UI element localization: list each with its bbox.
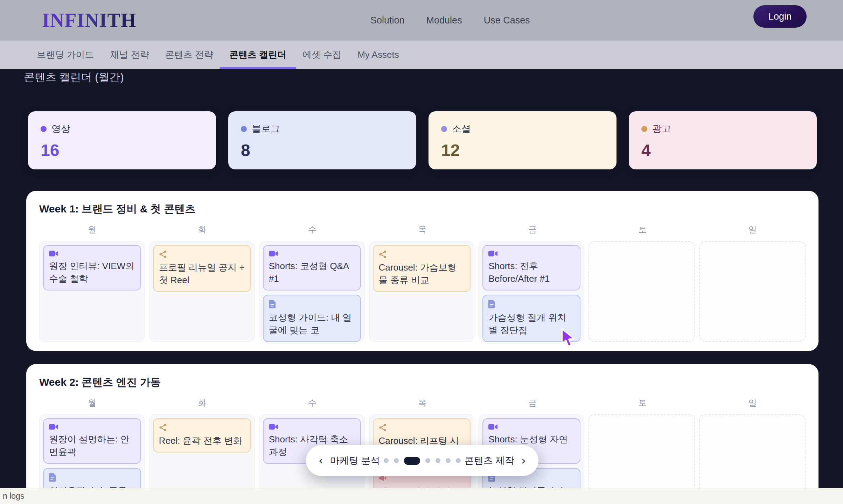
weekday-label: 화: [149, 398, 255, 408]
week-card-2: Week 2: 콘텐츠 엔진 가동월화수목금토일원장이 설명하는: 안면윤곽안면…: [26, 364, 818, 504]
weekday-label: 월: [39, 224, 145, 235]
stat-card-value: 16: [41, 141, 203, 160]
pager-prev-label: 마케팅 분석: [330, 454, 380, 467]
weekday-label: 목: [369, 398, 475, 408]
stat-card-header: 블로그: [241, 122, 404, 135]
pager-dot[interactable]: [446, 458, 451, 463]
stat-card-label: 영상: [51, 122, 70, 135]
weekday-label: 목: [369, 224, 475, 235]
share-icon: [159, 250, 167, 258]
stat-card-header: 소셜: [441, 122, 604, 135]
pager-prev-button[interactable]: ‹ 마케팅 분석: [319, 454, 380, 467]
day-cell-토: [588, 241, 695, 342]
top-header: INFINITH Solution Modules Use Cases Logi…: [0, 0, 843, 41]
nav-link-solution[interactable]: Solution: [370, 15, 405, 26]
stat-card-header: 광고: [641, 122, 804, 135]
weekday-label: 금: [480, 224, 585, 235]
stat-card-label: 광고: [652, 122, 671, 135]
nav-link-modules[interactable]: Modules: [426, 15, 462, 26]
event-title: 프로필 리뉴얼 공지 + 첫 Reel: [159, 261, 245, 287]
social-event-chip[interactable]: Carousel: 가슴보형물 종류 비교: [373, 245, 471, 292]
weekday-label: 화: [149, 224, 255, 235]
chevron-right-icon: ›: [521, 455, 526, 466]
category-dot-icon: [641, 126, 647, 132]
log-bar-text: n logs: [3, 491, 24, 501]
weekday-label: 일: [700, 224, 806, 235]
module-pager: ‹ 마케팅 분석 콘텐츠 제작 ›: [306, 445, 538, 476]
video-event-chip[interactable]: Shorts: 전후 Before/After #1: [482, 245, 580, 290]
day-cell-수: Shorts: 코성형 Q&A #1코성형 가이드: 내 얼굴에 맞는 코: [259, 241, 365, 342]
week-title: Week 2: 콘텐츠 엔진 가동: [39, 376, 806, 388]
social-event-chip[interactable]: 프로필 리뉴얼 공지 + 첫 Reel: [153, 245, 251, 292]
day-cell-월: 원장 인터뷰: VIEW의 수술 철학: [39, 241, 145, 342]
event-title: Carousel: 가슴보형물 종류 비교: [379, 261, 465, 287]
stat-card-영상: 영상16: [28, 111, 216, 169]
video-icon: [49, 424, 58, 430]
tab-content-strategy[interactable]: 콘텐츠 전략: [165, 41, 213, 69]
pager-dot[interactable]: [425, 458, 430, 463]
video-icon: [488, 250, 498, 257]
category-dot-icon: [441, 126, 447, 132]
weekday-label: 월: [39, 398, 145, 408]
document-icon: [49, 473, 56, 482]
login-button[interactable]: Login: [753, 5, 807, 28]
document-icon: [269, 300, 276, 308]
document-icon: [488, 300, 495, 308]
weekday-label: 토: [590, 398, 695, 408]
share-icon: [379, 250, 387, 258]
stat-card-블로그: 블로그8: [228, 111, 416, 169]
blog-event-chip[interactable]: 코성형 가이드: 내 얼굴에 맞는 코: [263, 295, 361, 342]
weekday-header-row: 월화수목금토일: [39, 398, 806, 408]
stat-card-label: 블로그: [252, 122, 280, 135]
video-event-chip[interactable]: 원장이 설명하는: 안면윤곽: [43, 418, 141, 464]
share-icon: [379, 424, 387, 432]
weekday-header-row: 월화수목금토일: [39, 224, 806, 235]
pager-dot[interactable]: [384, 458, 389, 463]
stat-card-광고: 광고4: [629, 111, 817, 169]
video-event-chip[interactable]: 원장 인터뷰: VIEW의 수술 철학: [43, 245, 141, 290]
pager-dot[interactable]: [394, 458, 399, 463]
weekday-label: 수: [259, 224, 365, 235]
video-icon: [49, 250, 58, 257]
event-title: 코성형 가이드: 내 얼굴에 맞는 코: [269, 312, 355, 337]
event-title: 원장 인터뷰: VIEW의 수술 철학: [49, 260, 135, 285]
pager-dot[interactable]: [436, 458, 440, 463]
main-nav: Solution Modules Use Cases: [370, 0, 530, 41]
blog-event-chip[interactable]: 가슴성형 절개 위치별 장단점: [482, 295, 580, 342]
pager-dot[interactable]: [456, 458, 461, 463]
log-bar: n logs: [0, 488, 843, 504]
tab-content-calendar[interactable]: 콘텐츠 캘린더: [229, 41, 286, 69]
weekday-label: 수: [259, 398, 365, 408]
stat-card-value: 12: [441, 141, 604, 160]
pager-next-label: 콘텐츠 제작: [465, 454, 515, 467]
tab-asset-collection[interactable]: 에셋 수집: [302, 41, 341, 69]
stat-cards-row: 영상16블로그8소셜12광고4: [28, 111, 817, 169]
video-event-chip[interactable]: Shorts: 코성형 Q&A #1: [263, 245, 361, 290]
stat-card-value: 4: [641, 141, 804, 160]
stat-card-소셜: 소셜12: [429, 111, 616, 169]
stat-card-label: 소셜: [452, 122, 471, 135]
nav-link-use-cases[interactable]: Use Cases: [484, 15, 530, 26]
chevron-left-icon: ‹: [319, 455, 323, 466]
weekday-label: 토: [590, 224, 695, 235]
social-event-chip[interactable]: Reel: 윤곽 전후 변화: [153, 418, 251, 453]
video-icon: [269, 424, 278, 430]
pager-next-button[interactable]: 콘텐츠 제작 ›: [465, 454, 526, 467]
video-icon: [269, 250, 278, 257]
pager-dot-active[interactable]: [404, 457, 420, 465]
share-icon: [159, 424, 167, 432]
module-tab-bar: 브랜딩 가이드 채널 전략 콘텐츠 전략 콘텐츠 캘린더 에셋 수집 My As…: [0, 41, 843, 69]
weekday-label: 금: [480, 398, 585, 408]
tab-my-assets[interactable]: My Assets: [357, 41, 399, 69]
category-dot-icon: [41, 126, 47, 132]
day-cell-일: [699, 241, 806, 342]
stat-card-value: 8: [241, 141, 404, 160]
brand-logo: INFINITH: [42, 9, 136, 31]
tab-channel-strategy[interactable]: 채널 전략: [110, 41, 149, 69]
day-cell-화: 프로필 리뉴얼 공지 + 첫 Reel: [149, 241, 255, 342]
weekday-label: 일: [700, 398, 806, 408]
tab-branding-guide[interactable]: 브랜딩 가이드: [37, 41, 94, 69]
day-cell-목: Carousel: 가슴보형물 종류 비교: [369, 241, 475, 342]
page-title: 콘텐츠 캘린더 (월간): [24, 70, 124, 85]
pager-dots: [384, 457, 461, 465]
